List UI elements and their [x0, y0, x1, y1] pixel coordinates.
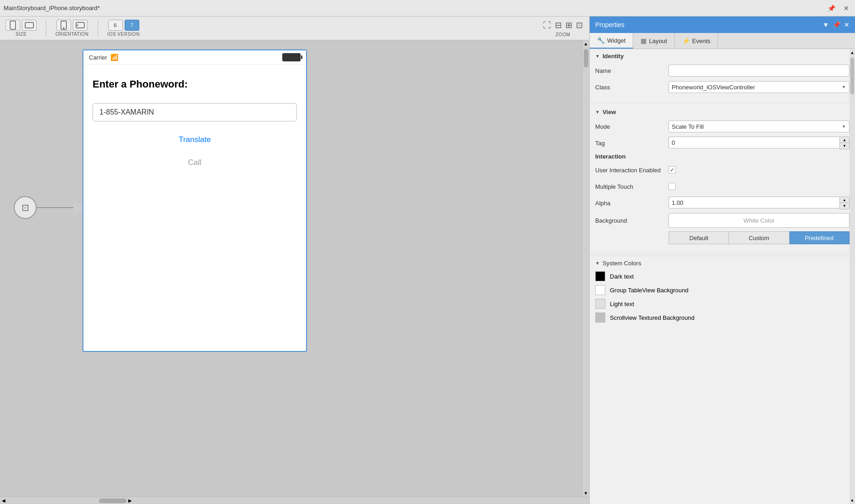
- mode-select[interactable]: Scale To Fill: [669, 121, 850, 132]
- system-colors-label: System Colors: [603, 260, 641, 267]
- canvas-scroll-right-btn[interactable]: ▶: [128, 498, 132, 503]
- properties-header-icons: ▼ 📌 ✕: [822, 21, 850, 28]
- custom-color-btn[interactable]: Custom: [729, 231, 789, 244]
- size-btn-landscape[interactable]: [22, 20, 37, 31]
- phone-status-bar: Carrier 📶: [83, 50, 306, 65]
- group-bg-swatch: [595, 285, 605, 295]
- identity-section: ▼ Identity Name Class Phoneworld_iOSView…: [590, 49, 855, 101]
- background-text: White Color: [744, 217, 775, 224]
- phone-translate-btn[interactable]: Translate: [93, 135, 297, 144]
- multiple-touch-label: Multiple Touch: [595, 183, 669, 190]
- default-color-btn[interactable]: Default: [669, 231, 729, 244]
- alpha-decrement-btn[interactable]: ▼: [840, 203, 849, 209]
- tag-input[interactable]: [669, 137, 839, 148]
- background-value: White Color: [669, 213, 850, 228]
- zoom-label: ZOOM: [556, 32, 570, 37]
- storyboard-canvas: ⊡ Carrier 📶 Enter a Phonew: [0, 40, 582, 497]
- system-color-group-bg: Group TableView Background: [595, 285, 850, 295]
- background-display[interactable]: White Color: [669, 213, 850, 228]
- canvas-vscrollbar[interactable]: ▲ ▼: [582, 40, 589, 497]
- tag-row: Tag ▲ ▼: [595, 137, 850, 149]
- orientation-btn-portrait[interactable]: [56, 20, 71, 31]
- properties-tabs: 🔧 Widget ▦ Layout ⚡ Events: [590, 33, 855, 49]
- ios-version-6[interactable]: 6: [108, 20, 123, 31]
- background-label: Background: [595, 217, 669, 224]
- title-bar: MainStoryboard_iPhone.storyboard* 📌 ✕: [0, 0, 855, 16]
- view-section: ▼ View Mode Scale To Fill Tag: [590, 105, 855, 252]
- class-row: Class Phoneworld_iOSViewController: [595, 81, 850, 93]
- pin-button[interactable]: 📌: [825, 4, 838, 13]
- orientation-group: ORIENTATION: [55, 20, 88, 37]
- svg-point-5: [77, 25, 78, 26]
- props-close-icon[interactable]: ✕: [844, 21, 850, 28]
- zoom-fit-btn[interactable]: ⊡: [575, 19, 584, 31]
- color-buttons: Default Custom Predefined: [669, 231, 850, 244]
- class-select[interactable]: Phoneworld_iOSViewController: [669, 81, 850, 93]
- tag-decrement-btn[interactable]: ▼: [840, 143, 849, 149]
- canvas-scroll-down-btn[interactable]: ▼: [582, 490, 589, 497]
- phone-mockup: Carrier 📶 Enter a Phoneword: 1-855-XAMAR…: [82, 49, 307, 352]
- connector-circle: ⊡: [14, 196, 37, 219]
- multiple-touch-checkbox[interactable]: [669, 183, 676, 190]
- user-interaction-label: User Interaction Enabled: [595, 167, 669, 174]
- alpha-input[interactable]: [669, 197, 839, 208]
- tab-events[interactable]: ⚡ Events: [675, 33, 718, 49]
- identity-label: Identity: [603, 53, 624, 60]
- zoom-in-btn[interactable]: ⊞: [565, 19, 573, 31]
- size-btn-portrait[interactable]: [5, 20, 20, 31]
- props-scroll-up-btn[interactable]: ▲: [850, 49, 855, 56]
- canvas-scroll-left-btn[interactable]: ◀: [2, 498, 5, 503]
- class-label: Class: [595, 84, 669, 91]
- tab-widget-icon: 🔧: [597, 37, 605, 44]
- tab-layout[interactable]: ▦ Layout: [633, 33, 674, 49]
- zoom-out-btn[interactable]: ⊟: [554, 19, 563, 31]
- props-vscrollbar[interactable]: ▲ ▼: [850, 49, 855, 504]
- tag-increment-btn[interactable]: ▲: [840, 137, 849, 143]
- alpha-spinner: ▲ ▼: [839, 197, 850, 209]
- phone-call-btn[interactable]: Call: [93, 158, 297, 167]
- canvas-scroll-up-btn[interactable]: ▲: [582, 40, 589, 47]
- user-interaction-value: [669, 166, 850, 174]
- name-input[interactable]: [669, 65, 850, 77]
- light-text-label: Light text: [610, 301, 634, 307]
- svg-point-3: [63, 27, 65, 29]
- tab-layout-label: Layout: [649, 38, 667, 44]
- interaction-label: Interaction: [595, 153, 850, 160]
- orientation-btn-landscape[interactable]: [73, 20, 88, 31]
- predefined-color-btn[interactable]: Predefined: [789, 231, 850, 244]
- props-pin-icon[interactable]: 📌: [833, 21, 840, 28]
- title-bar-text: MainStoryboard_iPhone.storyboard*: [4, 5, 822, 11]
- user-interaction-checkbox[interactable]: [669, 166, 676, 174]
- canvas-hscrollbar[interactable]: ◀ ▶: [0, 497, 589, 504]
- carrier-text: Carrier: [89, 54, 107, 61]
- zoom-fullscreen-btn[interactable]: ⛶: [542, 20, 552, 31]
- system-color-light-text: Light text: [595, 299, 850, 309]
- svg-rect-1: [25, 22, 33, 28]
- ios-version-label: IOS VERSION: [107, 32, 140, 37]
- phone-carrier: Carrier 📶: [89, 54, 118, 61]
- alpha-value: ▲ ▼: [669, 197, 850, 209]
- name-row: Name: [595, 64, 850, 77]
- ios-version-7[interactable]: 7: [125, 20, 139, 31]
- alpha-increment-btn[interactable]: ▲: [840, 197, 849, 203]
- toolbar: SIZE ORIENTATION 6: [0, 16, 589, 40]
- tab-events-label: Events: [692, 38, 711, 44]
- connector-icon: ⊡: [22, 202, 29, 213]
- toolbar-sep-2: [98, 20, 98, 37]
- tab-widget[interactable]: 🔧 Widget: [590, 33, 633, 49]
- mode-value: Scale To Fill: [669, 121, 850, 132]
- system-colors-section: ▼ System Colors Dark text Group TableVie…: [590, 256, 855, 330]
- system-colors-header: ▼ System Colors: [595, 260, 850, 267]
- props-dropdown-icon[interactable]: ▼: [822, 21, 829, 28]
- light-text-swatch: [595, 299, 605, 309]
- properties-panel: Properties ▼ 📌 ✕ 🔧 Widget ▦ Layout ⚡ Eve…: [589, 16, 855, 504]
- close-button[interactable]: ✕: [841, 4, 851, 13]
- orientation-label: ORIENTATION: [55, 32, 88, 37]
- props-scroll-down-btn[interactable]: ▼: [850, 498, 855, 504]
- size-label: SIZE: [16, 32, 27, 37]
- phone-input-text: 1-855-XAMARIN: [99, 108, 154, 116]
- tab-widget-label: Widget: [607, 37, 625, 44]
- view-arrow-icon: ▼: [595, 110, 600, 115]
- view-header: ▼ View: [595, 109, 850, 115]
- tab-events-icon: ⚡: [682, 37, 690, 44]
